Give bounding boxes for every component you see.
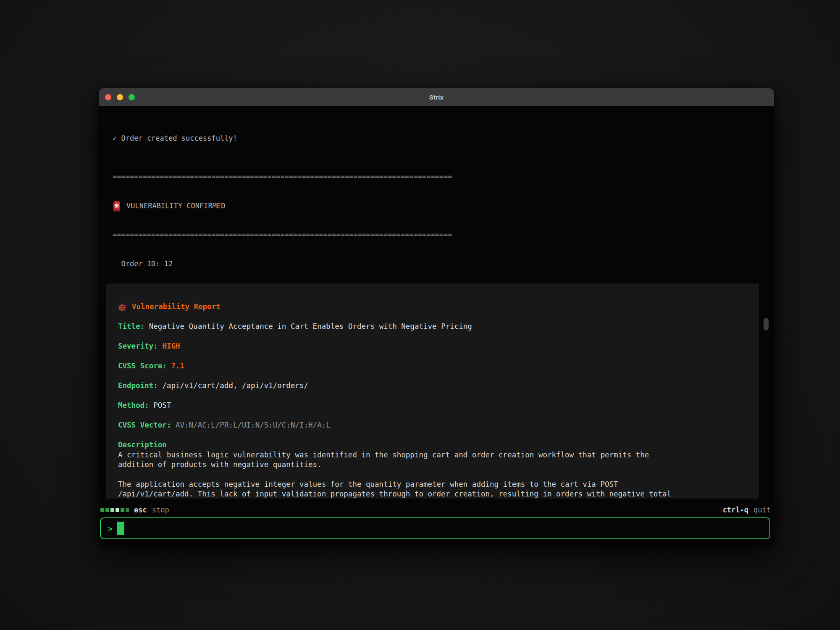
cvss-score-value: 7.1 xyxy=(171,362,184,370)
report-title: Vulnerability Report xyxy=(132,302,220,312)
separator-line: ========================================… xyxy=(113,230,774,240)
status-bar: esc stop ctrl-q quit xyxy=(100,504,771,516)
stop-action-label: stop xyxy=(152,506,169,514)
spinner-dot xyxy=(105,508,109,512)
cvss-vector-label: CVSS Vector: xyxy=(118,421,171,429)
severity-label: Severity: xyxy=(118,342,158,350)
window-title: Strix xyxy=(429,94,444,101)
method-label: Method: xyxy=(118,401,149,410)
text-cursor xyxy=(117,522,124,535)
zoom-window-button[interactable] xyxy=(129,94,135,100)
spinner-dot xyxy=(121,508,124,512)
title-label: Title: xyxy=(118,322,144,331)
prompt-symbol: > xyxy=(108,524,113,533)
app-window: Strix ✓ Order created successfully! ====… xyxy=(99,88,774,544)
ctrl-q-key-hint[interactable]: ctrl-q xyxy=(723,506,748,514)
ladybug-icon xyxy=(118,303,126,311)
report-field-title: Title: Negative Quantity Acceptance in C… xyxy=(118,322,747,331)
endpoint-label: Endpoint: xyxy=(118,381,158,390)
report-field-endpoint: Endpoint: /api/v1/cart/add, /api/v1/orde… xyxy=(118,381,747,391)
severity-badge: HIGH xyxy=(162,342,180,350)
description-paragraph-1: A critical business logic vulnerability … xyxy=(118,450,677,470)
title-value: Negative Quantity Acceptance in Cart Ena… xyxy=(149,322,472,331)
report-field-method: Method: POST xyxy=(118,401,747,410)
separator-line: ========================================… xyxy=(113,172,774,182)
spinner-dot xyxy=(126,508,129,512)
cvss-vector-value: AV:N/AC:L/PR:L/UI:N/S:U/C:N/I:H/A:L xyxy=(176,421,331,429)
endpoint-value: /api/v1/cart/add, /api/v1/orders/ xyxy=(162,381,308,390)
report-field-cvss-score: CVSS Score: 7.1 xyxy=(118,361,747,371)
command-input[interactable]: > xyxy=(100,517,770,539)
report-field-severity: Severity: HIGH xyxy=(118,341,747,351)
order-success-message: ✓ Order created successfully! xyxy=(113,134,774,143)
report-header: Vulnerability Report xyxy=(118,302,747,312)
cvss-score-label: CVSS Score: xyxy=(118,362,167,370)
scrollbar-thumb[interactable] xyxy=(764,318,769,331)
vulnerability-confirmed-banner: VULNERABILITY CONFIRMED xyxy=(113,201,774,211)
minimize-window-button[interactable] xyxy=(117,94,123,100)
close-window-button[interactable] xyxy=(105,94,111,100)
description-heading: Description xyxy=(118,440,747,450)
order-id-line: Order ID: 12 xyxy=(113,259,774,269)
spinner-dot xyxy=(116,508,119,512)
vulnerability-report-panel: Vulnerability Report Title: Negative Qua… xyxy=(106,284,759,499)
quit-action-label: quit xyxy=(753,506,771,514)
spinner-dot xyxy=(100,508,104,512)
vulnerability-confirmed-label: VULNERABILITY CONFIRMED xyxy=(126,201,225,211)
spinner-dot xyxy=(110,508,114,512)
traffic-lights xyxy=(105,88,135,106)
report-field-cvss-vector: CVSS Vector: AV:N/AC:L/PR:L/UI:N/S:U/C:N… xyxy=(118,420,747,430)
method-value: POST xyxy=(153,401,171,410)
terminal-output-area[interactable]: ✓ Order created successfully! ==========… xyxy=(99,106,774,499)
title-bar[interactable]: Strix xyxy=(99,88,774,106)
esc-key-hint[interactable]: esc xyxy=(134,506,147,514)
siren-icon xyxy=(113,201,121,212)
description-paragraph-2: The application accepts negative integer… xyxy=(118,480,677,499)
activity-spinner xyxy=(100,508,129,512)
